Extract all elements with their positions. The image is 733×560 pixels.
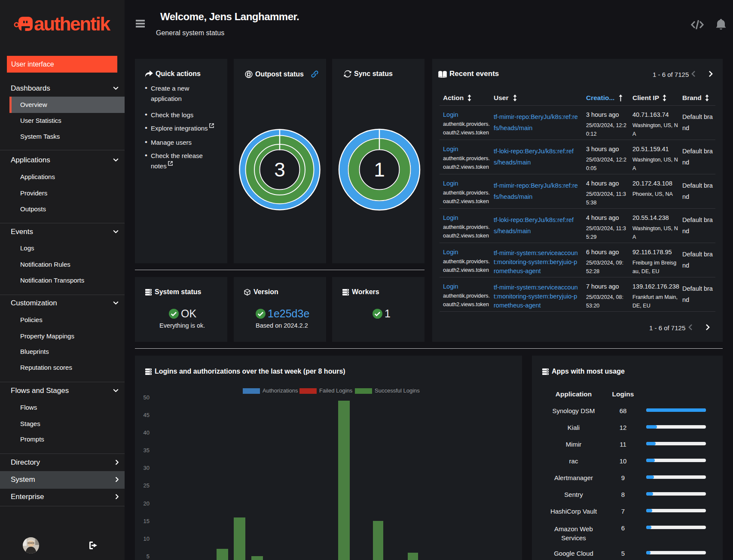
- svg-text:3: 3: [274, 158, 285, 181]
- svg-text:1: 1: [374, 158, 385, 181]
